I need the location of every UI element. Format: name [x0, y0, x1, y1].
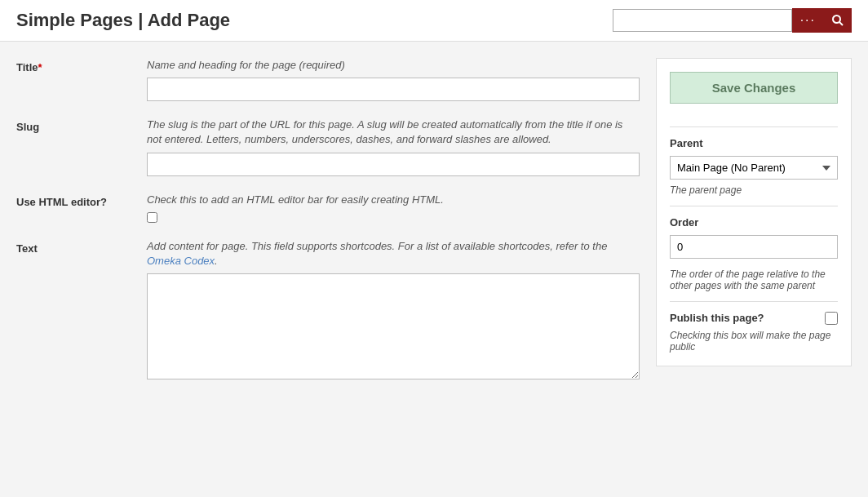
title-label: Title*	[16, 58, 147, 73]
html-editor-description: Check this to add an HTML editor bar for…	[147, 193, 640, 207]
publish-helper-text: Checking this box will make the page pub…	[670, 330, 838, 353]
search-bar: ···	[613, 8, 852, 33]
left-panel: Title* Name and heading for the page (re…	[16, 58, 640, 398]
svg-line-1	[839, 22, 843, 25]
text-field: Add content for page. This field support…	[147, 239, 640, 382]
slug-label: Slug	[16, 118, 147, 133]
slug-description: The slug is the part of the URL for this…	[147, 118, 640, 147]
parent-select[interactable]: Main Page (No Parent)	[670, 156, 838, 180]
title-description: Name and heading for the page (required)	[147, 58, 640, 73]
html-editor-row: Use HTML editor? Check this to add an HT…	[16, 193, 640, 223]
text-description: Add content for page. This field support…	[147, 239, 640, 268]
slug-input[interactable]	[147, 153, 640, 176]
divider-2	[670, 206, 838, 206]
title-input[interactable]	[147, 78, 640, 101]
publish-row: Publish this page?	[670, 312, 838, 325]
order-section-label: Order	[670, 216, 838, 229]
text-row: Text Add content for page. This field su…	[16, 239, 640, 382]
publish-label: Publish this page?	[670, 312, 764, 324]
top-bar: Simple Pages | Add Page ···	[0, 0, 868, 42]
order-helper-text: The order of the page relative to the ot…	[670, 268, 838, 291]
text-label: Text	[16, 239, 147, 255]
right-panel: Save Changes Parent Main Page (No Parent…	[656, 58, 852, 398]
parent-helper-text: The parent page	[670, 184, 838, 196]
search-dots-button[interactable]: ···	[792, 8, 824, 33]
title-field: Name and heading for the page (required)	[147, 58, 640, 101]
sidebar-box: Save Changes Parent Main Page (No Parent…	[656, 58, 852, 366]
search-input[interactable]	[613, 9, 792, 32]
omeka-codex-link[interactable]: Omeka Codex	[147, 255, 215, 267]
order-input[interactable]	[670, 235, 838, 259]
search-button[interactable]	[824, 8, 852, 33]
slug-field: The slug is the part of the URL for this…	[147, 118, 640, 175]
html-editor-checkbox[interactable]	[147, 212, 157, 223]
page-title: Simple Pages | Add Page	[16, 10, 230, 31]
divider-1	[670, 126, 838, 127]
svg-point-0	[833, 16, 840, 23]
html-editor-checkbox-row	[147, 212, 640, 223]
divider-3	[670, 301, 838, 302]
save-changes-button[interactable]: Save Changes	[670, 72, 838, 104]
parent-section-label: Parent	[670, 137, 838, 149]
text-textarea[interactable]	[147, 273, 640, 379]
html-editor-field: Check this to add an HTML editor bar for…	[147, 193, 640, 223]
main-content: Title* Name and heading for the page (re…	[0, 42, 868, 415]
search-icon	[832, 15, 844, 26]
publish-checkbox[interactable]	[825, 312, 838, 325]
slug-row: Slug The slug is the part of the URL for…	[16, 118, 640, 175]
title-row: Title* Name and heading for the page (re…	[16, 58, 640, 101]
html-editor-label: Use HTML editor?	[16, 193, 147, 208]
